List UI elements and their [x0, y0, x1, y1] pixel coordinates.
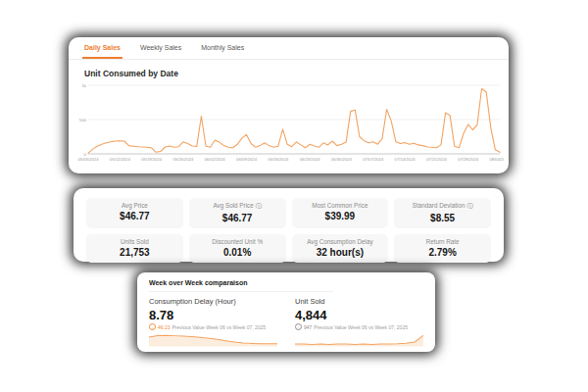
stats-grid: Avg Priceⓘ $46.77 Avg Sold Priceⓘ $46.77… — [74, 188, 504, 272]
sales-period-tabbar: Daily Sales Weekly Sales Monthly Sales — [69, 37, 509, 60]
unit-sold-sparkline — [295, 333, 423, 347]
svg-text:07/07/2024: 07/07/2024 — [363, 157, 384, 162]
stat-label: Avg Consumption Delay — [307, 238, 372, 245]
delta-note: Previous Value Week 06 vs Week 07, 2025 — [314, 324, 408, 330]
svg-text:07/21/2024: 07/21/2024 — [426, 157, 448, 162]
stat-label: Return Rate — [426, 238, 460, 245]
info-icon[interactable]: ⓘ — [466, 202, 472, 211]
chart-title: Unit Consumed by Date — [84, 69, 509, 78]
svg-text:1k: 1k — [81, 83, 86, 88]
svg-text:06/16/2024: 06/16/2024 — [268, 157, 289, 162]
stat-value: $8.55 — [396, 213, 489, 223]
stat-value: 32 hour(s) — [294, 247, 387, 258]
svg-text:07/28/2024: 07/28/2024 — [458, 157, 479, 162]
svg-text:08/04/2024: 08/04/2024 — [490, 157, 504, 162]
tab-monthly-sales[interactable]: Monthly Sales — [199, 37, 246, 59]
wow-unit-sold: Unit Sold 4,844 ↑ 947 Previous Value Wee… — [295, 297, 423, 347]
svg-text:05/12/2024: 05/12/2024 — [110, 157, 131, 162]
delta-value: 46.23 — [158, 324, 171, 330]
svg-text:05/19/2024: 05/19/2024 — [141, 157, 163, 162]
wow-title: Week over Week comparaison — [149, 272, 333, 292]
wow-metric-value: 8.78 — [149, 308, 277, 322]
svg-text:0: 0 — [84, 152, 87, 157]
stat-units-sold: Units Soldⓘ 21,753 — [86, 234, 183, 263]
summary-stats-card: Avg Priceⓘ $46.77 Avg Sold Priceⓘ $46.77… — [74, 188, 504, 262]
stat-most-common-price: Most Common Priceⓘ $39.99 — [292, 198, 389, 228]
delta-value: 947 — [304, 324, 312, 330]
arrow-down-icon: ↓ — [149, 323, 156, 330]
wow-metric-value: 4,844 — [295, 308, 423, 322]
tab-daily-sales[interactable]: Daily Sales — [82, 37, 122, 59]
svg-text:05/05/2024: 05/05/2024 — [78, 157, 100, 162]
stat-value: 0.01% — [191, 247, 284, 258]
stat-return-rate: Return Rateⓘ 2.79% — [394, 234, 491, 263]
stat-label: Avg Sold Price — [214, 202, 254, 209]
stat-label: Units Sold — [121, 238, 149, 245]
stat-label: Most Common Price — [312, 202, 368, 209]
svg-text:05/26/2024: 05/26/2024 — [172, 157, 194, 162]
info-icon[interactable]: ⓘ — [256, 202, 262, 211]
svg-text:06/09/2024: 06/09/2024 — [236, 157, 258, 162]
wow-delta-row: ↓ 46.23 Previous Value Week 06 vs Week 0… — [149, 323, 277, 330]
stat-value: $46.77 — [88, 211, 181, 221]
svg-text:06/02/2024: 06/02/2024 — [205, 157, 226, 162]
consumption-delay-sparkline — [149, 333, 277, 347]
arrow-up-icon: ↑ — [295, 323, 302, 330]
stat-value: $46.77 — [191, 213, 284, 223]
stat-value: 2.79% — [396, 247, 489, 258]
wow-metric-label: Unit Sold — [295, 297, 423, 306]
wow-consumption-delay: Consumption Delay (Hour) 8.78 ↓ 46.23 Pr… — [149, 297, 277, 347]
svg-text:07/14/2024: 07/14/2024 — [395, 157, 416, 162]
stat-value: 21,753 — [88, 247, 181, 258]
svg-text:06/30/2024: 06/30/2024 — [331, 157, 353, 162]
daily-sales-chart-card: Daily Sales Weekly Sales Monthly Sales U… — [69, 37, 509, 173]
stat-avg-sold-price: Avg Sold Priceⓘ $46.77 — [189, 198, 286, 228]
stat-discounted-unit-pct: Discounted Unit %ⓘ 0.01% — [189, 234, 286, 263]
wow-delta-row: ↑ 947 Previous Value Week 06 vs Week 07,… — [295, 323, 423, 330]
tab-weekly-sales[interactable]: Weekly Sales — [138, 37, 183, 59]
wow-metric-label: Consumption Delay (Hour) — [149, 297, 277, 306]
stat-label: Discounted Unit % — [212, 238, 263, 245]
stat-avg-price: Avg Priceⓘ $46.77 — [86, 198, 183, 228]
delta-note: Previous Value Week 06 vs Week 07, 2025 — [172, 324, 267, 330]
stat-value: $39.99 — [294, 211, 387, 221]
stat-label: Standard Deviation — [413, 202, 466, 209]
stat-avg-consumption-delay: Avg Consumption Delayⓘ 32 hour(s) — [292, 234, 389, 263]
stat-label: Avg Price — [122, 202, 148, 209]
week-over-week-card: Week over Week comparaison Consumption D… — [137, 272, 435, 352]
stat-standard-deviation: Standard Deviationⓘ $8.55 — [394, 198, 491, 228]
unit-consumed-line-chart: 1k500005/05/202405/12/202405/19/202405/2… — [76, 80, 504, 171]
svg-text:500: 500 — [79, 118, 87, 122]
svg-text:06/23/2024: 06/23/2024 — [300, 157, 321, 162]
